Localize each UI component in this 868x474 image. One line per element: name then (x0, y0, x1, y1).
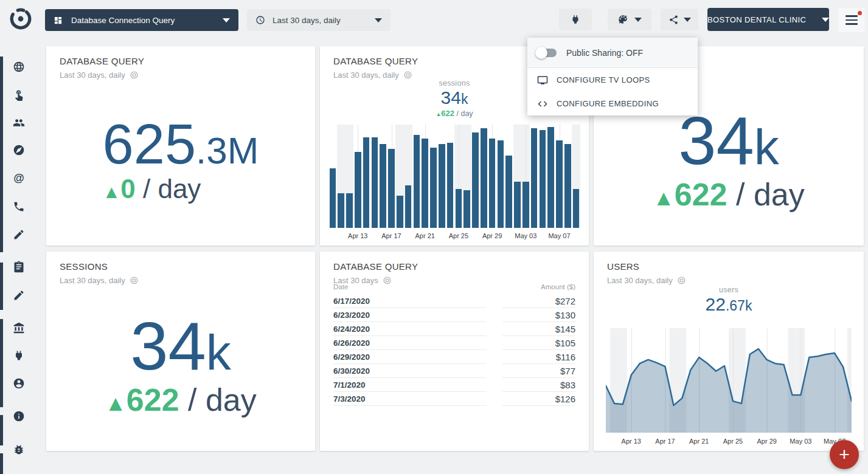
add-widget-button[interactable]: + (830, 440, 859, 469)
app-logo-icon (8, 6, 33, 32)
bar-apr-21[interactable] (422, 139, 428, 228)
x-axis-tick: Apr 17 (648, 438, 682, 445)
sidebar-item-person-icon[interactable] (13, 377, 25, 390)
sidebar-item-plug-icon[interactable] (13, 349, 25, 362)
bar-may-04[interactable] (531, 128, 538, 228)
table-row: 6/17/2020$272 (333, 294, 575, 308)
public-sharing-toggle-row[interactable]: Public Sharing: OFF (527, 38, 698, 68)
table-cell-date: 7/1/2020 (333, 378, 487, 392)
sidebar-item-bank-icon[interactable] (13, 322, 25, 334)
kpi-value: 22.67k (594, 294, 864, 315)
table-cell-date: 7/3/2020 (333, 392, 487, 406)
time-range-selector[interactable]: Last 30 days, daily (247, 9, 391, 31)
bar-apr-22[interactable] (430, 148, 437, 228)
chevron-down-icon (822, 18, 829, 22)
bar-may-08[interactable] (564, 144, 571, 228)
bar-apr-19[interactable] (405, 185, 412, 228)
table-cell-amount: $145 (502, 322, 575, 336)
x-axis-tick: Apr 25 (442, 232, 476, 239)
sidebar-scroll-indicator (0, 453, 3, 474)
bar-apr-11[interactable] (338, 193, 344, 228)
clock-icon (255, 15, 265, 25)
bar-may-05[interactable] (540, 130, 546, 228)
bar-apr-30[interactable] (498, 140, 504, 228)
menu-item-configure-tv-loops[interactable]: CONFIGURE TV LOOPS (527, 68, 698, 92)
sidebar-item-info-icon[interactable] (13, 410, 25, 422)
table-cell-date: 6/26/2020 (333, 336, 487, 350)
kpi-value: 34k (105, 312, 257, 380)
chevron-down-icon (223, 18, 230, 22)
bar-apr-29[interactable] (489, 139, 496, 228)
sidebar-item-phone-icon[interactable] (13, 201, 25, 213)
kpi-delta: ▲0 / day (103, 174, 259, 204)
bar-apr-12[interactable] (346, 193, 353, 228)
share-menu: Public Sharing: OFF CONFIGURE TV LOOPSCO… (527, 38, 698, 115)
table-cell-date: 6/24/2020 (333, 322, 487, 336)
bar-apr-16[interactable] (380, 144, 386, 228)
bar-apr-20[interactable] (414, 135, 420, 228)
card-title: DATABASE QUERY (333, 261, 418, 272)
integrations-button[interactable] (559, 9, 592, 30)
card-subtitle: Last 30 days, daily (607, 276, 673, 285)
chevron-down-icon (684, 18, 691, 22)
share-button[interactable] (661, 9, 698, 30)
bar-apr-27[interactable] (472, 132, 479, 228)
time-range-label: Last 30 days, daily (273, 16, 341, 25)
table-row: 7/1/2020$83 (333, 378, 575, 392)
sidebar-item-compose-icon[interactable] (13, 289, 25, 301)
table-cell-date: 6/29/2020 (333, 350, 487, 364)
sidebar-item-clipboard-icon[interactable] (13, 261, 25, 273)
theme-button[interactable] (608, 9, 651, 30)
bar-apr-13[interactable] (355, 152, 361, 228)
theme-icon (617, 14, 628, 25)
public-sharing-label: Public Sharing: OFF (566, 48, 643, 58)
bar-may-07[interactable] (556, 140, 563, 228)
table-cell-amount: $77 (502, 364, 575, 378)
sidebar-scroll-indicator (0, 415, 3, 445)
x-axis-tick: May 03 (783, 438, 818, 445)
table-cell-amount: $272 (502, 294, 575, 308)
table-cell-amount: $105 (502, 336, 575, 350)
bar-may-02[interactable] (514, 182, 521, 228)
amounts-table: 6/17/2020$2726/23/2020$1306/24/2020$1456… (333, 294, 575, 406)
dashboard-selector[interactable]: Database Connection Query (45, 9, 238, 31)
account-selector[interactable]: BOSTON DENTAL CLINIC (707, 8, 829, 31)
up-triangle-icon: ▲ (653, 185, 675, 210)
sidebar-item-touch-icon[interactable] (13, 89, 25, 101)
sidebar-item-globe-icon[interactable] (13, 61, 25, 73)
sidebar-item-edit-icon[interactable] (13, 228, 25, 241)
chevron-down-icon (375, 18, 382, 22)
table-row: 6/23/2020$130 (333, 308, 575, 322)
card-title: USERS (607, 261, 639, 272)
hamburger-icon (845, 15, 858, 25)
bar-may-03[interactable] (523, 182, 529, 228)
bar-may-09[interactable] (573, 189, 580, 228)
bar-may-06[interactable] (547, 127, 554, 228)
table-cell-amount: $126 (502, 392, 575, 406)
sessions-bar-chart[interactable] (328, 125, 580, 228)
area-chart-x-axis: Apr 13Apr 17Apr 21Apr 25Apr 29May 03May … (606, 438, 852, 446)
sidebar-item-bug-icon[interactable] (13, 444, 25, 456)
bar-apr-15[interactable] (372, 137, 378, 228)
users-area-chart[interactable] (606, 328, 852, 433)
bar-apr-28[interactable] (481, 128, 487, 228)
sidebar-item-at-sign-icon[interactable]: @ (13, 172, 25, 184)
bar-apr-23[interactable] (439, 144, 445, 228)
bar-apr-17[interactable] (388, 149, 395, 228)
code-icon (537, 98, 548, 109)
sidebar-item-users-icon[interactable] (13, 117, 25, 129)
bar-apr-10[interactable] (330, 168, 336, 228)
bar-apr-24[interactable] (447, 143, 454, 228)
main-menu-button[interactable] (838, 8, 865, 32)
bar-apr-25[interactable] (456, 189, 462, 228)
sidebar-item-globe-share-icon[interactable] (13, 144, 25, 156)
bar-apr-18[interactable] (397, 196, 403, 228)
menu-item-configure-embedding[interactable]: CONFIGURE EMBEDDING (527, 92, 698, 115)
bar-apr-26[interactable] (464, 190, 470, 228)
bar-may-01[interactable] (505, 156, 512, 228)
bar-apr-14[interactable] (363, 137, 370, 228)
target-icon (678, 276, 686, 284)
up-triangle-icon: ▲ (436, 111, 441, 117)
toggle-off-icon[interactable] (537, 49, 557, 57)
table-cell-date: 6/30/2020 (333, 364, 487, 378)
